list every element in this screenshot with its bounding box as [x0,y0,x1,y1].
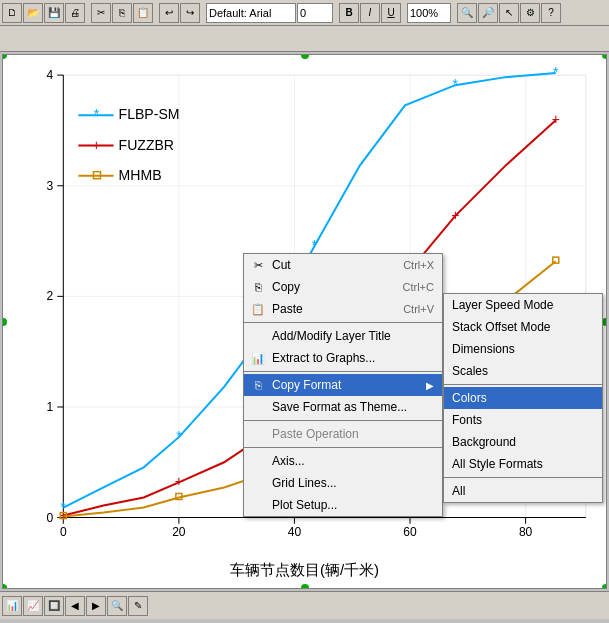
bottom-btn4[interactable]: ◀ [65,596,85,616]
submenu-sep1 [444,384,602,385]
svg-text:1: 1 [47,400,54,414]
menu-save-format[interactable]: Save Format as Theme... [244,396,442,418]
svg-text:20: 20 [172,525,186,539]
menu-sep2 [244,371,442,372]
toolbar-row1: 🗋 📂 💾 🖨 ✂ ⎘ 📋 ↩ ↪ Default: Arial 0 B I U… [0,0,609,26]
chart-container: 0 20 40 60 80 0 1 2 3 4 * * * * * + + + … [2,54,607,589]
svg-text:*: * [312,237,318,253]
x-axis-label: 车辆节点数目(辆/千米) [230,561,379,580]
svg-text:MHMB: MHMB [119,167,162,183]
menu-sep4 [244,447,442,448]
bottom-btn6[interactable]: 🔍 [107,596,127,616]
bottom-btn3[interactable]: 🔲 [44,596,64,616]
bottom-border-dot[interactable] [301,584,309,589]
toolbar-area: 🗋 📂 💾 🖨 ✂ ⎘ 📋 ↩ ↪ Default: Arial 0 B I U… [0,0,609,52]
print-btn[interactable]: 🖨 [65,3,85,23]
copy-format-icon: ⎘ [248,375,268,395]
svg-text:+: + [92,137,100,153]
redo-btn[interactable]: ↪ [180,3,200,23]
paste-btn[interactable]: 📋 [133,3,153,23]
help-btn[interactable]: ? [541,3,561,23]
menu-axis[interactable]: Axis... [244,450,442,472]
svg-text:*: * [176,428,182,444]
tr-border-dot[interactable] [602,54,607,59]
context-menu: ✂ Cut Ctrl+X ⎘ Copy Ctrl+C 📋 Paste Ctrl+… [243,253,443,517]
pointer-btn[interactable]: ↖ [499,3,519,23]
svg-text:60: 60 [403,525,417,539]
copy-btn[interactable]: ⎘ [112,3,132,23]
svg-text:FLBP-SM: FLBP-SM [119,106,180,122]
svg-text:FUZZBR: FUZZBR [119,137,174,153]
bottom-toolbar: 📊 📈 🔲 ◀ ▶ 🔍 ✎ [0,591,609,619]
svg-text:0: 0 [47,511,54,525]
bottom-btn1[interactable]: 📊 [2,596,22,616]
open-btn[interactable]: 📂 [23,3,43,23]
bottom-btn7[interactable]: ✎ [128,596,148,616]
new-btn[interactable]: 🗋 [2,3,22,23]
svg-text:*: * [94,106,100,122]
cut-btn[interactable]: ✂ [91,3,111,23]
br-border-dot[interactable] [602,584,607,589]
cut-icon: ✂ [248,255,268,275]
menu-cut[interactable]: ✂ Cut Ctrl+X [244,254,442,276]
menu-paste[interactable]: 📋 Paste Ctrl+V [244,298,442,320]
svg-text:2: 2 [47,289,54,303]
bottom-btn2[interactable]: 📈 [23,596,43,616]
save-btn[interactable]: 💾 [44,3,64,23]
settings-btn[interactable]: ⚙ [520,3,540,23]
submenu-stack-offset[interactable]: Stack Offset Mode [444,316,602,338]
submenu-layer-speed[interactable]: Layer Speed Mode [444,294,602,316]
menu-grid[interactable]: Grid Lines... [244,472,442,494]
zoom-box[interactable]: 100% [407,3,451,23]
menu-sep3 [244,420,442,421]
svg-text:+: + [451,207,459,223]
submenu-colors[interactable]: Colors [444,387,602,409]
font-size-box[interactable]: 0 [297,3,333,23]
menu-add-layer[interactable]: Add/Modify Layer Title [244,325,442,347]
undo-btn[interactable]: ↩ [159,3,179,23]
menu-copy[interactable]: ⎘ Copy Ctrl+C [244,276,442,298]
menu-extract[interactable]: 📊 Extract to Graphs... [244,347,442,369]
submenu-background[interactable]: Background [444,431,602,453]
svg-text:*: * [453,76,459,92]
menu-paste-op: Paste Operation [244,423,442,445]
underline-btn[interactable]: U [381,3,401,23]
extract-icon: 📊 [248,348,268,368]
svg-text:+: + [175,473,183,489]
svg-text:+: + [552,111,560,127]
submenu-all-style[interactable]: All Style Formats [444,453,602,475]
bottom-btn5[interactable]: ▶ [86,596,106,616]
paste-icon: 📋 [248,299,268,319]
submenu-all[interactable]: All [444,480,602,502]
font-name-box[interactable]: Default: Arial [206,3,296,23]
svg-text:0: 0 [60,525,67,539]
submenu-fonts[interactable]: Fonts [444,409,602,431]
svg-text:4: 4 [47,68,54,82]
zoom-in-btn[interactable]: 🔍 [457,3,477,23]
menu-sep1 [244,322,442,323]
svg-text:40: 40 [288,525,302,539]
copy-icon: ⎘ [248,277,268,297]
submenu: Layer Speed Mode Stack Offset Mode Dimen… [443,293,603,503]
menu-plot-setup[interactable]: Plot Setup... [244,494,442,516]
italic-btn[interactable]: I [360,3,380,23]
svg-text:*: * [553,64,559,80]
bold-btn[interactable]: B [339,3,359,23]
svg-text:3: 3 [47,179,54,193]
submenu-dimensions[interactable]: Dimensions [444,338,602,360]
zoom-out-btn[interactable]: 🔎 [478,3,498,23]
menu-copy-format[interactable]: ⎘ Copy Format ▶ [244,374,442,396]
submenu-scales[interactable]: Scales [444,360,602,382]
bl-border-dot[interactable] [2,584,7,589]
svg-text:80: 80 [519,525,533,539]
submenu-sep2 [444,477,602,478]
